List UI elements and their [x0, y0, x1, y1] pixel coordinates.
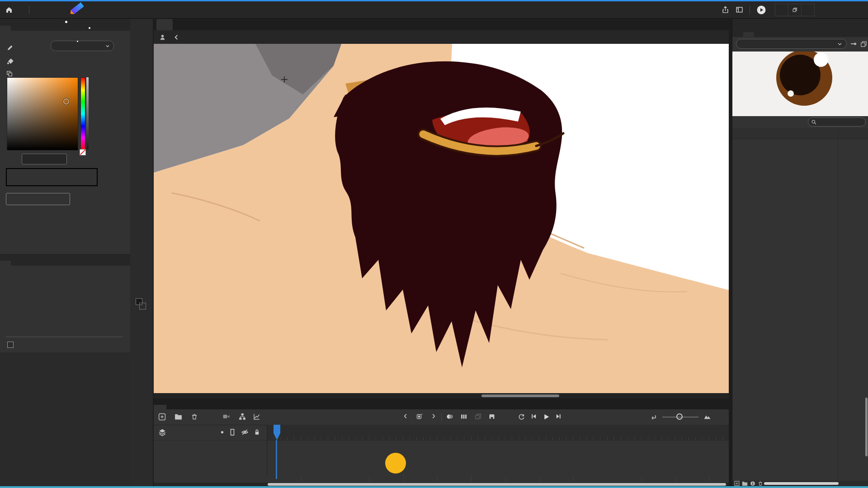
pin-library-icon[interactable]: [850, 40, 857, 47]
zoom-fit-icon[interactable]: [703, 413, 711, 420]
reset-timeline-zoom-icon[interactable]: [650, 413, 657, 420]
onion-skin-outlines-icon[interactable]: [460, 413, 467, 420]
tab-assets[interactable]: [765, 32, 776, 37]
timeline-hscrollbar[interactable]: [154, 483, 729, 486]
fill-color-control[interactable]: [6, 57, 14, 65]
frame-rate[interactable]: [282, 413, 283, 420]
next-keyframe-icon[interactable]: [430, 413, 437, 419]
timeline-zoom-knob[interactable]: [676, 413, 683, 420]
menu-bar: [0, 1, 868, 19]
tab-cc-libraries[interactable]: [11, 261, 22, 266]
play-icon[interactable]: [542, 413, 550, 421]
visibility-eye-off-icon[interactable]: [241, 428, 249, 436]
swap-default-colors[interactable]: [6, 70, 13, 77]
delete-trash-icon[interactable]: [758, 481, 763, 486]
chevron-down-icon: [105, 44, 110, 48]
tab-color[interactable]: [0, 26, 11, 31]
checkbox-icon[interactable]: [7, 342, 14, 348]
loop-icon[interactable]: [518, 413, 525, 421]
new-symbol-icon[interactable]: [734, 481, 740, 486]
alpha-slider[interactable]: [86, 77, 89, 150]
insert-frame-icon[interactable]: [488, 413, 495, 420]
hue-slider[interactable]: [80, 77, 85, 150]
back-arrow-icon[interactable]: [173, 34, 180, 41]
onion-skin-icon[interactable]: [446, 413, 454, 420]
color-type-select[interactable]: [51, 41, 114, 51]
workspace-panel-icon[interactable]: [736, 6, 743, 14]
layer-parenting-icon[interactable]: [239, 413, 246, 420]
divider: [5, 337, 123, 337]
tab-actions[interactable]: [166, 405, 179, 409]
step-back-icon[interactable]: [530, 413, 537, 420]
hex-input[interactable]: [22, 154, 67, 164]
delete-layer-icon[interactable]: [191, 413, 198, 420]
timeline-tabs: [154, 399, 729, 409]
timeline-ruler[interactable]: [267, 425, 729, 441]
no-color-button[interactable]: [80, 149, 86, 155]
align-to-stage-checkbox[interactable]: [7, 342, 18, 348]
saturation-brightness-box[interactable]: [7, 77, 78, 150]
tab-motion-presets[interactable]: [754, 32, 765, 37]
properties-info-icon[interactable]: [750, 481, 755, 486]
lock-column-icon[interactable]: [254, 428, 260, 436]
restore-button[interactable]: [788, 4, 801, 16]
library-document-select[interactable]: [736, 39, 847, 49]
color-panel-tabs: [0, 19, 130, 31]
timeline-toolbar: [154, 409, 729, 425]
close-button[interactable]: [801, 4, 815, 16]
minimize-button[interactable]: [775, 4, 788, 16]
add-to-swatches-button[interactable]: [6, 193, 70, 205]
auto-keyframe-icon[interactable]: [416, 413, 423, 420]
right-panel-tabs: [732, 25, 868, 37]
library-hscroll-thumb[interactable]: [764, 482, 839, 485]
edit-multiple-frames-icon[interactable]: [475, 413, 482, 420]
tab-frame-picker[interactable]: [11, 26, 22, 31]
titlebar-separator: [750, 5, 750, 14]
fill-color-well[interactable]: [139, 303, 146, 310]
tab-properties[interactable]: [732, 32, 743, 37]
library-list: [732, 139, 868, 481]
panel-strip: [732, 19, 868, 25]
playhead-line: [276, 440, 277, 479]
titlebar-icons: [722, 1, 766, 18]
tab-library[interactable]: [743, 32, 754, 37]
stage-canvas[interactable]: [154, 44, 729, 393]
home-icon[interactable]: [5, 6, 13, 14]
document-tab[interactable]: [156, 19, 173, 30]
window-focus-accent: [0, 0, 868, 1]
tab-timeline[interactable]: [154, 405, 166, 409]
scene-pin-icon[interactable]: [159, 34, 166, 41]
library-vscroll-thumb[interactable]: [865, 398, 868, 456]
camera-icon[interactable]: [222, 413, 230, 420]
new-layer-icon[interactable]: [158, 413, 166, 421]
align-panel-tabs: [0, 254, 130, 266]
stroke-color-control[interactable]: [6, 44, 14, 52]
new-folder-icon[interactable]: [175, 413, 182, 420]
timeline-panel: [154, 399, 729, 486]
current-frame[interactable]: [313, 413, 314, 420]
library-search-input[interactable]: [808, 117, 866, 127]
window-controls: [775, 1, 815, 18]
highlight-column-icon[interactable]: [221, 431, 224, 434]
new-library-panel-icon[interactable]: [860, 41, 867, 47]
tab-align[interactable]: [0, 261, 11, 266]
current-color-swatch[interactable]: [6, 168, 98, 186]
stage-horizontal-scrollbar[interactable]: [154, 393, 729, 399]
left-panel-empty-area: [0, 352, 131, 486]
scrollbar-thumb[interactable]: [481, 394, 559, 397]
outline-column-icon[interactable]: [230, 428, 235, 436]
toolbar-separator: [441, 413, 442, 421]
scrollbar-thumb[interactable]: [268, 483, 726, 486]
stage-artwork: [154, 44, 729, 393]
graph-editor-icon[interactable]: [253, 413, 260, 420]
step-forward-icon[interactable]: [555, 413, 562, 420]
overlap-swatches-icon: [6, 70, 13, 77]
share-icon[interactable]: [722, 6, 729, 14]
paint-bucket-icon: [6, 57, 14, 65]
color-marker[interactable]: [63, 99, 69, 104]
previous-keyframe-icon[interactable]: [402, 413, 409, 419]
tab-scene[interactable]: [179, 405, 192, 409]
new-folder-icon[interactable]: [742, 481, 748, 486]
test-movie-icon[interactable]: [756, 5, 766, 15]
library-document-row: [732, 37, 868, 51]
